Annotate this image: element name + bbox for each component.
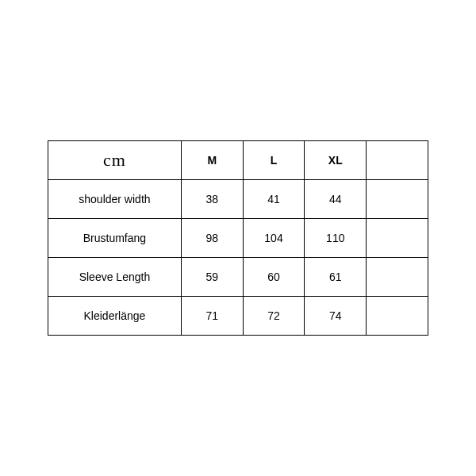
cell: 110 <box>305 219 367 258</box>
column-header-l: L <box>243 141 305 180</box>
row-label: Brustumfang <box>48 219 182 258</box>
row-label: Kleiderlänge <box>48 297 182 336</box>
cell: 44 <box>305 180 367 219</box>
table-header-row: cm M L XL <box>48 141 428 180</box>
cell-blank <box>367 297 428 336</box>
table-row: shoulder width 38 41 44 <box>48 180 428 219</box>
cell: 72 <box>243 297 305 336</box>
size-table: cm M L XL shoulder width 38 41 44 Brustu… <box>48 140 428 336</box>
cell: 38 <box>181 180 243 219</box>
column-header-xl: XL <box>305 141 367 180</box>
table-row: Kleiderlänge 71 72 74 <box>48 297 428 336</box>
page: cm M L XL shoulder width 38 41 44 Brustu… <box>0 0 476 476</box>
cell-blank <box>367 219 428 258</box>
table-row: Brustumfang 98 104 110 <box>48 219 428 258</box>
row-label: Sleeve Length <box>48 258 182 297</box>
cell: 41 <box>243 180 305 219</box>
cell: 61 <box>305 258 367 297</box>
cell: 104 <box>243 219 305 258</box>
cell: 98 <box>181 219 243 258</box>
cell-blank <box>367 180 428 219</box>
cell-blank <box>367 258 428 297</box>
row-label: shoulder width <box>48 180 182 219</box>
cell: 71 <box>181 297 243 336</box>
table-row: Sleeve Length 59 60 61 <box>48 258 428 297</box>
unit-header: cm <box>48 141 182 180</box>
cell: 60 <box>243 258 305 297</box>
cell: 74 <box>305 297 367 336</box>
column-header-m: M <box>181 141 243 180</box>
column-header-blank <box>367 141 428 180</box>
cell: 59 <box>181 258 243 297</box>
